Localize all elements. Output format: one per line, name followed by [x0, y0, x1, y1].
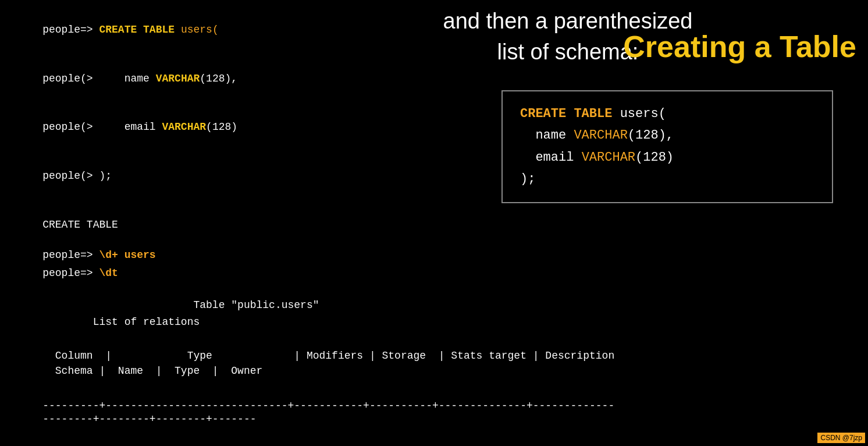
code-box: CREATE TABLE users( name VARCHAR(128), e… — [501, 90, 833, 203]
code-line-3: email VARCHAR(128) — [520, 147, 814, 168]
prompt-4: people(> — [42, 170, 99, 182]
terminal-line-3: people(> email VARCHAR(128) — [17, 103, 378, 152]
terminal-line-4: people(> ); — [17, 152, 378, 201]
prompt-3: people(> — [42, 121, 99, 133]
watermark: CSDN @7jzp — [817, 433, 865, 443]
cmd-1: CREATE TABLE — [99, 24, 180, 36]
prompt-2: people(> — [42, 73, 99, 84]
code-line-4: ); — [520, 168, 814, 190]
d-plus-command: people=> \d+ users — [17, 230, 851, 280]
table-row-1: name | character varying(128) | | extend… — [17, 431, 851, 446]
table-title: Table "public.users" — [17, 280, 851, 330]
table-header: Column | Type | Modifiers | Storage | St… — [17, 331, 851, 381]
slide-title: Creating a Table — [623, 29, 856, 64]
code-line-1: CREATE TABLE users( — [520, 103, 814, 125]
table-section: people=> \d+ users Table "public.users" … — [0, 230, 868, 446]
prompt-1: people=> — [42, 24, 99, 36]
table-sep: ---------+-----------------------------+… — [17, 381, 851, 431]
code-line-2: name VARCHAR(128), — [520, 125, 814, 146]
